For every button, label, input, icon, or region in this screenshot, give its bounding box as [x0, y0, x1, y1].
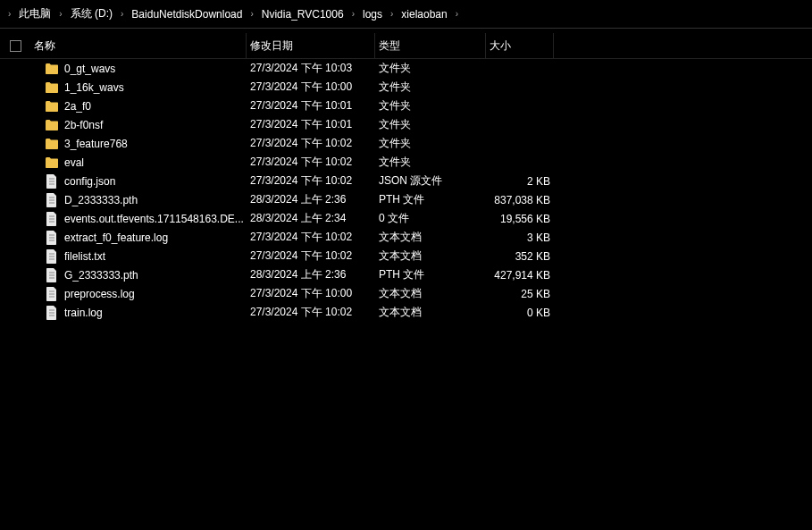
type-cell: 文件夹 — [375, 117, 486, 132]
date-cell: 28/3/2024 上午 2:36 — [247, 192, 375, 207]
size-cell: 25 KB — [486, 288, 554, 300]
name-cell: train.log — [30, 306, 247, 320]
name-cell: config.json — [30, 174, 247, 189]
file-row[interactable]: config.json27/3/2024 下午 10:02JSON 源文件2 K… — [0, 172, 812, 190]
name-cell: 2b-f0nsf — [30, 118, 247, 132]
file-name-label: 3_feature768 — [64, 138, 128, 150]
file-icon — [45, 174, 59, 189]
chevron-right-icon: › — [7, 9, 12, 19]
file-row[interactable]: 3_feature76827/3/2024 下午 10:02文件夹 — [0, 134, 812, 153]
type-cell: 0 文件 — [375, 211, 486, 226]
column-header-name[interactable]: 名称 — [30, 33, 247, 59]
name-cell: 1_16k_wavs — [30, 80, 247, 95]
file-icon — [45, 287, 59, 301]
name-cell: preprocess.log — [30, 287, 247, 301]
file-rows-container: 0_gt_wavs27/3/2024 下午 10:03文件夹1_16k_wavs… — [0, 59, 812, 322]
name-cell: eval — [30, 156, 247, 170]
file-list-pane: 名称 修改日期 类型 大小 0_gt_wavs27/3/2024 下午 10:0… — [0, 29, 812, 327]
file-name-label: train.log — [64, 307, 103, 319]
size-cell: 0 KB — [486, 307, 554, 319]
date-cell: 27/3/2024 下午 10:02 — [247, 305, 375, 320]
file-icon — [45, 306, 59, 320]
size-cell: 352 KB — [486, 250, 554, 263]
chevron-right-icon: › — [120, 9, 124, 19]
file-row[interactable]: 2b-f0nsf27/3/2024 下午 10:01文件夹 — [0, 115, 812, 134]
chevron-right-icon: › — [249, 9, 254, 19]
file-icon — [45, 249, 59, 264]
type-cell: 文件夹 — [375, 80, 486, 95]
breadcrumb: ›此电脑›系统 (D:)›BaiduNetdiskDownload›Nvidia… — [0, 0, 812, 29]
date-cell: 28/3/2024 上午 2:36 — [247, 267, 375, 282]
date-cell: 27/3/2024 下午 10:00 — [247, 80, 375, 95]
file-row[interactable]: D_2333333.pth28/3/2024 上午 2:36PTH 文件837,… — [0, 190, 812, 209]
type-cell: 文本文档 — [375, 286, 486, 301]
column-header-size[interactable]: 大小 — [486, 33, 554, 59]
name-cell: 2a_f0 — [30, 99, 247, 114]
size-cell: 2 KB — [486, 175, 554, 188]
file-name-label: eval — [64, 156, 84, 169]
select-all-checkbox[interactable] — [10, 40, 21, 52]
name-cell: extract_f0_feature.log — [30, 231, 247, 245]
file-name-label: events.out.tfevents.1711548163.DE... — [64, 213, 244, 225]
folder-icon — [45, 99, 59, 114]
file-icon — [45, 231, 59, 245]
folder-icon — [45, 137, 59, 151]
file-name-label: D_2333333.pth — [64, 194, 138, 206]
name-cell: G_2333333.pth — [30, 268, 247, 282]
file-name-label: 2b-f0nsf — [64, 119, 103, 131]
file-name-label: filelist.txt — [64, 250, 105, 263]
file-row[interactable]: preprocess.log27/3/2024 下午 10:00文本文档25 K… — [0, 284, 812, 303]
type-cell: PTH 文件 — [375, 192, 486, 207]
file-icon — [45, 212, 59, 226]
type-cell: PTH 文件 — [375, 267, 486, 282]
type-cell: 文件夹 — [375, 155, 486, 170]
column-header-row: 名称 修改日期 类型 大小 — [0, 34, 812, 59]
date-cell: 27/3/2024 下午 10:00 — [247, 286, 375, 301]
name-cell: 3_feature768 — [30, 137, 247, 151]
chevron-right-icon: › — [455, 9, 459, 19]
date-cell: 27/3/2024 下午 10:01 — [247, 98, 375, 114]
column-header-type[interactable]: 类型 — [375, 33, 486, 59]
file-name-label: G_2333333.pth — [64, 269, 138, 282]
breadcrumb-item[interactable]: 此电脑 — [14, 3, 55, 25]
date-cell: 27/3/2024 下午 10:01 — [247, 117, 375, 132]
size-cell: 427,914 KB — [486, 269, 554, 282]
chevron-right-icon: › — [351, 9, 356, 19]
column-header-date[interactable]: 修改日期 — [247, 33, 375, 59]
breadcrumb-item[interactable]: 系统 (D:) — [66, 3, 117, 25]
folder-icon — [45, 156, 59, 170]
chevron-right-icon: › — [389, 9, 394, 19]
file-name-label: config.json — [64, 175, 115, 188]
breadcrumb-item[interactable]: xielaoban — [397, 4, 451, 24]
size-cell: 3 KB — [486, 231, 554, 244]
file-row[interactable]: 0_gt_wavs27/3/2024 下午 10:03文件夹 — [0, 59, 812, 78]
breadcrumb-item[interactable]: BaiduNetdiskDownload — [127, 4, 247, 24]
file-row[interactable]: events.out.tfevents.1711548163.DE...28/3… — [0, 209, 812, 228]
file-row[interactable]: filelist.txt27/3/2024 下午 10:02文本文档352 KB — [0, 247, 812, 265]
type-cell: JSON 源文件 — [375, 173, 486, 189]
date-cell: 27/3/2024 下午 10:02 — [247, 173, 375, 189]
file-row[interactable]: eval27/3/2024 下午 10:02文件夹 — [0, 153, 812, 172]
file-name-label: extract_f0_feature.log — [64, 231, 168, 244]
folder-icon — [45, 62, 59, 76]
folder-icon — [45, 80, 59, 95]
file-row[interactable]: 1_16k_wavs27/3/2024 下午 10:00文件夹 — [0, 78, 812, 97]
date-cell: 28/3/2024 上午 2:34 — [247, 211, 375, 226]
type-cell: 文件夹 — [375, 136, 486, 151]
file-row[interactable]: extract_f0_feature.log27/3/2024 下午 10:02… — [0, 228, 812, 247]
file-row[interactable]: G_2333333.pth28/3/2024 上午 2:36PTH 文件427,… — [0, 265, 812, 284]
type-cell: 文本文档 — [375, 248, 486, 264]
breadcrumb-item[interactable]: Nvidia_RVC1006 — [257, 4, 348, 24]
type-cell: 文本文档 — [375, 305, 486, 320]
chevron-right-icon: › — [58, 9, 63, 19]
name-cell: events.out.tfevents.1711548163.DE... — [30, 212, 247, 226]
date-cell: 27/3/2024 下午 10:02 — [247, 155, 375, 170]
date-cell: 27/3/2024 下午 10:02 — [247, 248, 375, 264]
file-icon — [45, 193, 59, 207]
file-icon — [45, 268, 59, 282]
breadcrumb-item[interactable]: logs — [358, 4, 387, 24]
file-row[interactable]: train.log27/3/2024 下午 10:02文本文档0 KB — [0, 303, 812, 322]
file-row[interactable]: 2a_f027/3/2024 下午 10:01文件夹 — [0, 97, 812, 115]
size-cell: 19,556 KB — [486, 213, 554, 225]
file-name-label: 2a_f0 — [64, 100, 91, 113]
